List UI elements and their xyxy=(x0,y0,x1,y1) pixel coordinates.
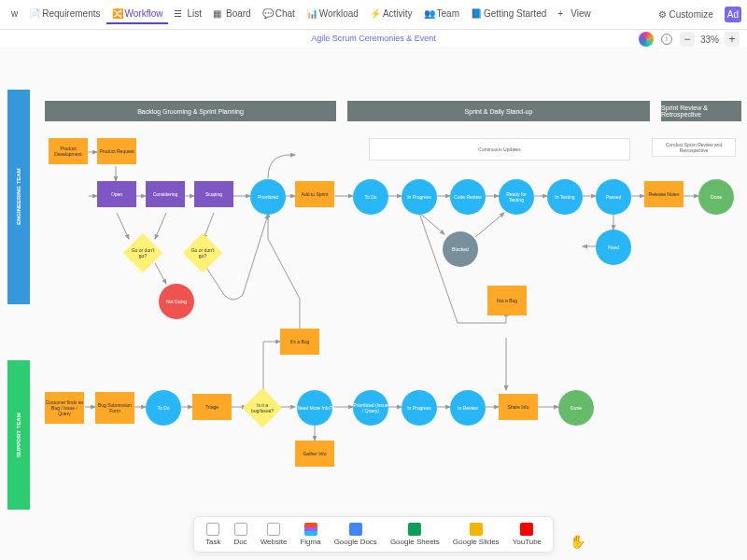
zoom-controls: − 33% + xyxy=(680,32,740,47)
node-todo-2[interactable]: To Do xyxy=(146,390,181,426)
node-in-testing[interactable]: In Testing xyxy=(547,179,583,215)
tab-overview[interactable]: w xyxy=(6,5,23,24)
zoom-out-button[interactable]: − xyxy=(680,32,695,47)
node-bug-form[interactable]: Bug Submission Form xyxy=(95,392,134,424)
node-share-info[interactable]: Share Info xyxy=(499,394,538,420)
add-button[interactable]: Ad xyxy=(725,7,741,22)
tab-workload[interactable]: 📊Workload xyxy=(301,5,364,24)
whiteboard-canvas[interactable]: ENGINEERING TEAM SUPPORT TEAM Backlog Gr… xyxy=(0,52,747,560)
node-done-2[interactable]: Done xyxy=(558,390,594,426)
node-blocked[interactable]: Blocked xyxy=(443,231,478,267)
info-icon[interactable]: i xyxy=(661,34,672,45)
chat-icon: 💬 xyxy=(262,8,273,19)
gear-icon: ⚙ xyxy=(658,9,667,20)
view-tabs-toolbar: w 📄Requirements 🔀Workflow ☰List ▦Board 💬… xyxy=(0,0,747,30)
tab-list[interactable]: ☰List xyxy=(168,5,207,24)
svg-line-8 xyxy=(117,213,129,239)
insert-google-sheets[interactable]: Google Sheets xyxy=(385,521,445,548)
tab-team[interactable]: 👥Team xyxy=(418,5,465,24)
node-conduct-review[interactable]: Conduct Sprint Review and Retrospective xyxy=(652,138,736,157)
zoom-level: 33% xyxy=(700,35,719,45)
figma-icon xyxy=(304,523,317,536)
node-done-1[interactable]: Done xyxy=(698,179,734,215)
google-slides-icon xyxy=(470,523,483,536)
insert-website[interactable]: Website xyxy=(255,521,293,548)
node-gather-info[interactable]: Gather Info xyxy=(295,441,334,467)
insert-toolbar: Task Doc Website Figma Google Docs Googl… xyxy=(193,516,554,553)
node-product-development[interactable]: Product Development xyxy=(49,138,88,164)
insert-doc[interactable]: Doc xyxy=(228,521,252,548)
node-prioritized-issue[interactable]: Prioritized (Issue / Query) xyxy=(353,390,388,426)
node-considering[interactable]: Considering xyxy=(146,181,185,207)
doc-icon: 📘 xyxy=(471,8,481,19)
node-open[interactable]: Open xyxy=(97,181,136,207)
section-sprint[interactable]: Sprint & Daily Stand-up xyxy=(347,101,650,121)
node-in-progress-1[interactable]: In Progress xyxy=(402,179,437,215)
node-passed[interactable]: Passed xyxy=(596,179,631,215)
node-prioritized[interactable]: Prioritized xyxy=(250,179,286,215)
svg-line-9 xyxy=(155,213,166,239)
plus-icon: + xyxy=(557,8,568,19)
doc-icon: 📄 xyxy=(29,8,39,19)
tab-getting-started[interactable]: 📘Getting Started xyxy=(465,5,552,24)
node-product-request[interactable]: Product Request xyxy=(97,138,136,164)
lane-engineering: ENGINEERING TEAM xyxy=(7,90,30,304)
youtube-icon xyxy=(520,523,533,536)
zoom-in-button[interactable]: + xyxy=(725,32,740,47)
node-in-progress-2[interactable]: In Progress xyxy=(402,390,437,426)
tab-add-view[interactable]: +View xyxy=(552,5,597,24)
doc-icon xyxy=(234,523,247,536)
node-scoping[interactable]: Scoping xyxy=(194,181,233,207)
node-release-notes[interactable]: Release Notes xyxy=(644,181,684,207)
activity-icon: ⚡ xyxy=(370,8,380,19)
node-go-nogo-2[interactable]: Go or don't go? xyxy=(183,233,222,273)
google-sheets-icon xyxy=(408,523,421,536)
insert-google-docs[interactable]: Google Docs xyxy=(329,521,383,548)
team-icon: 👥 xyxy=(424,8,434,19)
workflow-icon: 🔀 xyxy=(112,8,122,19)
insert-google-slides[interactable]: Google Slides xyxy=(447,521,505,548)
tab-activity[interactable]: ⚡Activity xyxy=(364,5,418,24)
lane-support: SUPPORT TEAM xyxy=(7,360,30,510)
board-icon: ▦ xyxy=(213,8,223,19)
node-customer-bug[interactable]: Customer finds an Bug / Issue / Query xyxy=(45,392,84,424)
node-code-review[interactable]: Code Review xyxy=(450,179,486,215)
pan-hand-icon[interactable]: ✋ xyxy=(570,534,585,549)
section-review[interactable]: Sprint Review & Retrospective xyxy=(661,101,741,121)
tab-chat[interactable]: 💬Chat xyxy=(257,5,301,24)
node-not-bug[interactable]: Not a Bug xyxy=(487,286,527,315)
canvas-title: Agile Scrum Ceremonies & Event xyxy=(311,34,436,43)
section-backlog[interactable]: Backlog Grooming & Sprint Planning xyxy=(45,101,336,121)
node-is-bug[interactable]: Is it a bug/issue? xyxy=(243,388,282,427)
tab-requirements[interactable]: 📄Requirements xyxy=(23,5,106,24)
node-ready-testing[interactable]: Ready for Testing xyxy=(499,179,534,215)
customize-button[interactable]: ⚙Customize xyxy=(653,7,719,21)
node-fixed[interactable]: Fixed xyxy=(596,230,631,265)
tab-board[interactable]: ▦Board xyxy=(207,5,257,24)
node-add-sprint[interactable]: Add to Sprint xyxy=(295,181,334,207)
workload-icon: 📊 xyxy=(306,8,317,19)
node-need-info[interactable]: Need More Info? xyxy=(297,390,332,426)
node-not-doing[interactable]: Not Doing xyxy=(159,284,194,319)
insert-youtube[interactable]: YouTube xyxy=(507,521,547,548)
task-icon xyxy=(206,523,219,536)
node-its-bug[interactable]: It's a Bug xyxy=(280,329,319,355)
node-go-nogo-1[interactable]: Go or don't go? xyxy=(123,233,162,273)
canvas-title-bar: Agile Scrum Ceremonies & Event i − 33% + xyxy=(0,30,747,47)
google-docs-icon xyxy=(349,523,362,536)
tab-workflow[interactable]: 🔀Workflow xyxy=(106,5,169,24)
svg-line-11 xyxy=(155,263,166,284)
node-continuous-updates[interactable]: Continuous Updates xyxy=(369,138,630,161)
list-icon: ☰ xyxy=(174,8,184,19)
website-icon xyxy=(267,523,280,536)
insert-task[interactable]: Task xyxy=(200,521,226,548)
node-todo-1[interactable]: To Do xyxy=(353,179,388,215)
clickup-logo-icon[interactable] xyxy=(639,32,654,47)
connectors xyxy=(0,52,747,560)
insert-figma[interactable]: Figma xyxy=(294,521,326,548)
node-triage[interactable]: Triage xyxy=(192,394,232,420)
node-in-review[interactable]: In Review xyxy=(450,390,486,426)
